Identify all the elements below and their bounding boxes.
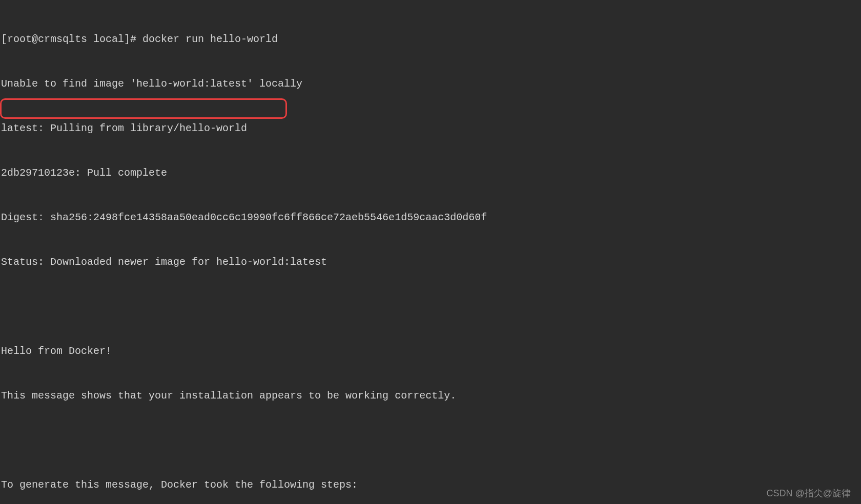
terminal-line: Digest: sha256:2498fce14358aa50ead0cc6c1… [1, 210, 860, 225]
terminal-line [1, 433, 860, 448]
terminal-line: To generate this message, Docker took th… [1, 477, 860, 492]
terminal-line [1, 299, 860, 314]
terminal-line: 2db29710123e: Pull complete [1, 165, 860, 180]
terminal-line: Hello from Docker! [1, 344, 860, 359]
terminal-line: Unable to find image 'hello-world:latest… [1, 76, 860, 91]
terminal-line: [root@crmsqlts local]# docker run hello-… [1, 32, 860, 47]
watermark-label: CSDN @指尖@旋律 [766, 487, 851, 500]
terminal-line: latest: Pulling from library/hello-world [1, 121, 860, 136]
terminal-line: Status: Downloaded newer image for hello… [1, 255, 860, 269]
terminal-line: This message shows that your installatio… [1, 388, 860, 403]
terminal-output[interactable]: [root@crmsqlts local]# docker run hello-… [1, 2, 860, 504]
